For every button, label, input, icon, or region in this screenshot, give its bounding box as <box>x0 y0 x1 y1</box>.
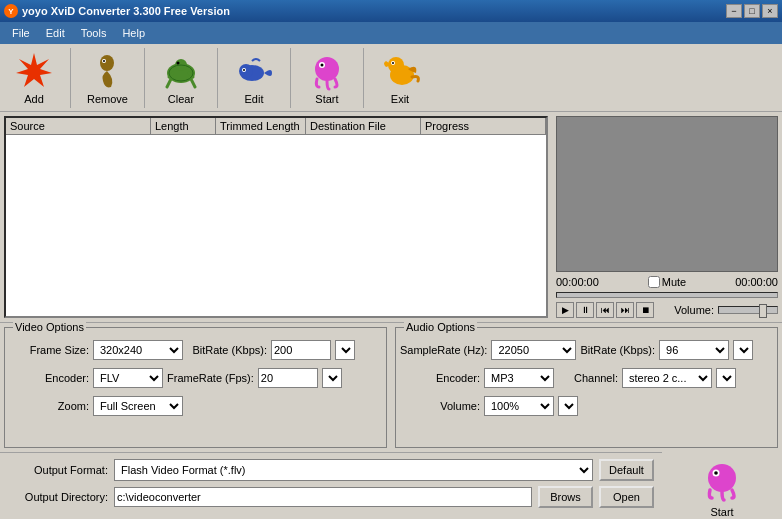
audio-volume-arrow[interactable]: ▼ <box>558 396 578 416</box>
next-button[interactable]: ⏭ <box>616 302 634 318</box>
encoder-select[interactable]: FLV XviD <box>93 368 163 388</box>
exit-label: Exit <box>391 93 409 105</box>
audio-encoder-label: Encoder: <box>400 372 480 384</box>
zoom-select[interactable]: Full Screen 4:3 <box>93 396 183 416</box>
remove-label: Remove <box>87 93 128 105</box>
audio-bitrate-select[interactable]: 96 128 <box>659 340 729 360</box>
clear-label: Clear <box>168 93 194 105</box>
add-label: Add <box>24 93 44 105</box>
format-line: Output Format: Flash Video Format (*.flv… <box>8 459 654 481</box>
toolbar: Add Remove <box>0 44 782 112</box>
start-button[interactable]: Start <box>301 49 353 107</box>
dir-label: Output Directory: <box>8 491 108 503</box>
video-bitrate-select[interactable]: ▼ <box>335 340 355 360</box>
preview-panel: 00:00:00 Mute 00:00:00 ▶ ⏸ ⏮ ⏭ ⏹ Volume: <box>552 112 782 322</box>
edit-label: Edit <box>244 93 263 105</box>
play-button[interactable]: ▶ <box>556 302 574 318</box>
svg-point-23 <box>708 464 736 492</box>
divider-1 <box>70 48 71 108</box>
audio-volume-select[interactable]: 100% 50% <box>484 396 554 416</box>
pause-button[interactable]: ⏸ <box>576 302 594 318</box>
audio-options-group: Audio Options SampleRate (Hz): 22050 441… <box>395 327 778 448</box>
seek-row <box>556 292 778 298</box>
mute-checkbox[interactable]: Mute <box>648 276 686 288</box>
volume-thumb[interactable] <box>759 304 767 318</box>
svg-marker-0 <box>16 53 52 87</box>
clear-button[interactable]: Clear <box>155 49 207 107</box>
app-icon: Y <box>4 4 18 18</box>
clear-icon <box>161 51 201 91</box>
volume-label: Volume: <box>674 304 714 316</box>
col-source: Source <box>6 118 151 134</box>
col-dest: Destination File <box>306 118 421 134</box>
framerate-input[interactable] <box>258 368 318 388</box>
encoder-row: Encoder: FLV XviD FrameRate (Fps): ▼ <box>9 368 382 388</box>
start-label: Start <box>315 93 338 105</box>
options-row: Video Options Frame Size: 320x240 640x48… <box>0 322 782 452</box>
video-bitrate-input[interactable] <box>271 340 331 360</box>
divider-5 <box>363 48 364 108</box>
divider-4 <box>290 48 291 108</box>
menu-file[interactable]: File <box>4 25 38 41</box>
maximize-button[interactable]: □ <box>744 4 760 18</box>
default-button[interactable]: Default <box>599 459 654 481</box>
edit-icon <box>234 51 274 91</box>
audio-volume-label: Volume: <box>400 400 480 412</box>
video-options-group: Video Options Frame Size: 320x240 640x48… <box>4 327 387 448</box>
browse-button[interactable]: Brows <box>538 486 593 508</box>
svg-line-8 <box>191 79 195 87</box>
edit-button[interactable]: Edit <box>228 49 280 107</box>
file-list[interactable]: Source Length Trimmed Length Destination… <box>4 116 548 318</box>
start-icon <box>307 51 347 91</box>
menu-tools[interactable]: Tools <box>73 25 115 41</box>
col-trimmed: Trimmed Length <box>216 118 306 134</box>
audio-bitrate-arrow[interactable]: ▼ <box>733 340 753 360</box>
seek-bar[interactable] <box>556 292 778 298</box>
bottom-section: Output Format: Flash Video Format (*.flv… <box>0 452 782 519</box>
samplerate-select[interactable]: 22050 44100 <box>491 340 576 360</box>
output-area: Output Format: Flash Video Format (*.flv… <box>0 452 662 519</box>
mute-check[interactable] <box>648 276 660 288</box>
remove-button[interactable]: Remove <box>81 49 134 107</box>
time-start: 00:00:00 <box>556 276 599 288</box>
exit-button[interactable]: Exit <box>374 49 426 107</box>
preview-screen <box>556 116 778 272</box>
time-row: 00:00:00 Mute 00:00:00 <box>556 276 778 288</box>
svg-point-16 <box>315 57 339 81</box>
channel-select[interactable]: stereo 2 c... mono <box>622 368 712 388</box>
menu-edit[interactable]: Edit <box>38 25 73 41</box>
channel-label: Channel: <box>558 372 618 384</box>
menu-help[interactable]: Help <box>114 25 153 41</box>
channel-arrow[interactable]: ▼ <box>716 368 736 388</box>
frame-size-row: Frame Size: 320x240 640x480 BitRate (Kbp… <box>9 340 382 360</box>
open-button[interactable]: Open <box>599 486 654 508</box>
prev-button[interactable]: ⏮ <box>596 302 614 318</box>
bitrate-label: BitRate (Kbps): <box>187 344 267 356</box>
audio-encoder-select[interactable]: MP3 AAC <box>484 368 554 388</box>
main-content: Source Length Trimmed Length Destination… <box>0 112 782 322</box>
minimize-button[interactable]: − <box>726 4 742 18</box>
zoom-label: Zoom: <box>9 400 89 412</box>
close-button[interactable]: × <box>762 4 778 18</box>
menu-bar: File Edit Tools Help <box>0 22 782 44</box>
svg-point-25 <box>714 471 718 475</box>
frame-size-label: Frame Size: <box>9 344 89 356</box>
col-progress: Progress <box>421 118 546 134</box>
start-big-icon <box>698 456 746 504</box>
frame-size-select[interactable]: 320x240 640x480 <box>93 340 183 360</box>
volume-slider[interactable] <box>718 306 778 314</box>
start-big-button[interactable]: Start <box>698 456 746 518</box>
framerate-select[interactable]: ▼ <box>322 368 342 388</box>
add-button[interactable]: Add <box>8 49 60 107</box>
audio-encoder-row: Encoder: MP3 AAC Channel: stereo 2 c... … <box>400 368 773 388</box>
time-end: 00:00:00 <box>735 276 778 288</box>
output-row: Output Format: Flash Video Format (*.flv… <box>0 452 662 514</box>
encoder-label: Encoder: <box>9 372 89 384</box>
start-area: Start <box>662 452 782 519</box>
file-list-header: Source Length Trimmed Length Destination… <box>6 118 546 135</box>
stop-button[interactable]: ⏹ <box>636 302 654 318</box>
dir-input[interactable] <box>114 487 532 507</box>
format-select[interactable]: Flash Video Format (*.flv) AVI Format (*… <box>114 459 593 481</box>
svg-point-1 <box>100 55 114 71</box>
format-label: Output Format: <box>8 464 108 476</box>
